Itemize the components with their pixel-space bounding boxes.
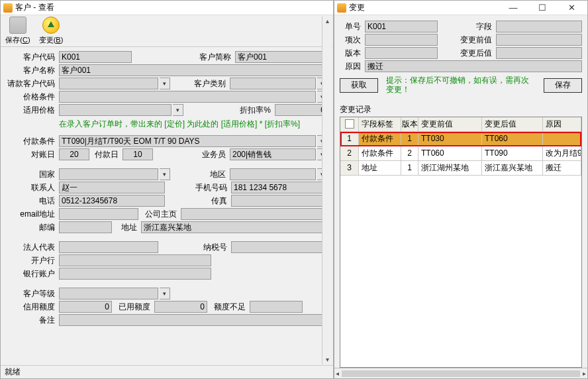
table-row[interactable]: 3地址1浙江湖州某地浙江嘉兴某地搬迁 bbox=[340, 161, 581, 176]
right-title: 变更 bbox=[349, 2, 365, 13]
label-bill-to: 请款客户代码 bbox=[3, 78, 58, 89]
homepage-field[interactable] bbox=[181, 208, 328, 220]
grid-corner[interactable] bbox=[340, 117, 359, 132]
label-field: 字段 bbox=[456, 21, 495, 32]
price-cond-field[interactable] bbox=[59, 91, 316, 103]
label-apply-price: 适用价格 bbox=[3, 105, 58, 116]
account-field[interactable] bbox=[59, 268, 211, 280]
close-button[interactable]: ✕ bbox=[558, 1, 585, 15]
table-cell: 2 bbox=[340, 146, 359, 161]
bill-to-field[interactable] bbox=[59, 78, 158, 89]
cust-cat-field[interactable] bbox=[230, 78, 316, 89]
label-used: 已用额度 bbox=[113, 301, 153, 313]
country-dropdown[interactable]: ▾ bbox=[160, 168, 170, 180]
legal-field[interactable] bbox=[59, 241, 158, 253]
table-cell: 地址 bbox=[359, 161, 401, 176]
apply-price-dropdown[interactable]: ▾ bbox=[173, 104, 183, 116]
fax-field[interactable] bbox=[231, 195, 328, 207]
region-field[interactable] bbox=[230, 168, 316, 180]
table-row[interactable]: 1付款条件1TT030TT060 bbox=[340, 132, 581, 146]
cust-short-field[interactable]: 客户001 bbox=[235, 51, 328, 63]
maximize-button[interactable]: ☐ bbox=[529, 1, 556, 15]
left-vscrollbar[interactable]: ▴▾ bbox=[322, 16, 332, 364]
discount-field[interactable]: 0 bbox=[275, 104, 328, 116]
label-contact: 联系人 bbox=[3, 182, 58, 193]
status-text: 就绪 bbox=[5, 366, 21, 378]
label-before: 变更前值 bbox=[456, 34, 495, 46]
label-bank: 开户行 bbox=[3, 255, 58, 266]
label-price-cond: 价格条件 bbox=[3, 91, 58, 103]
table-row[interactable]: 2付款条件2TT060TT090改为月结90 bbox=[340, 146, 581, 161]
grade-dropdown[interactable]: ▾ bbox=[160, 288, 170, 299]
save-button-right[interactable]: 保存 bbox=[544, 78, 582, 93]
save-warning-tip: 提示：保存后不可撤销，如有误，需再次变更！ bbox=[386, 76, 536, 95]
pay-day-field[interactable]: 10 bbox=[122, 148, 153, 160]
label-legal: 法人代表 bbox=[3, 242, 58, 253]
label-fax: 传真 bbox=[190, 195, 230, 207]
change-button[interactable]: 变更(B) bbox=[38, 17, 64, 45]
label-region: 地区 bbox=[189, 169, 228, 180]
table-cell: TT060 bbox=[482, 132, 543, 146]
taxno-field[interactable] bbox=[231, 241, 328, 253]
label-pay-day: 付款日 bbox=[91, 149, 121, 160]
table-cell: 浙江嘉兴某地 bbox=[482, 161, 543, 176]
right-form: 单号 K001 字段 项次 变更前值 版本 变更后值 原因 搬迁 获取 提示：保… bbox=[334, 15, 587, 101]
item-field[interactable] bbox=[365, 34, 438, 46]
col-version[interactable]: 版本 bbox=[401, 117, 418, 132]
bank-field[interactable] bbox=[59, 254, 211, 266]
left-title: 客户 - 查看 bbox=[15, 2, 54, 13]
short-field[interactable] bbox=[250, 301, 303, 313]
contact-field[interactable]: 赵一 bbox=[59, 182, 165, 193]
salesman-field[interactable]: 200|销售钱 bbox=[230, 148, 316, 160]
grid-header: 字段标签 版本 变更前值 变更后值 原因 bbox=[340, 117, 581, 132]
col-after[interactable]: 变更后值 bbox=[482, 117, 543, 132]
save-button[interactable]: 保存(C) bbox=[5, 17, 31, 45]
left-titlebar: 客户 - 查看 bbox=[1, 1, 333, 15]
pay-cond-field[interactable]: TT090|月结T/T90天 EOM T/T 90 DAYS bbox=[59, 135, 316, 147]
col-field[interactable]: 字段标签 bbox=[359, 117, 401, 132]
col-reason[interactable]: 原因 bbox=[543, 117, 581, 132]
right-titlebar: 变更 — ☐ ✕ bbox=[334, 1, 587, 15]
label-recon-day: 对账日 bbox=[3, 149, 58, 160]
label-taxno: 纳税号 bbox=[190, 242, 230, 253]
version-field[interactable] bbox=[365, 47, 438, 59]
email-field[interactable] bbox=[59, 208, 138, 220]
after-field[interactable] bbox=[496, 47, 582, 59]
col-before[interactable]: 变更前值 bbox=[418, 117, 482, 132]
label-account: 银行账户 bbox=[3, 268, 58, 280]
minimize-button[interactable]: — bbox=[500, 1, 526, 15]
customer-view-window: 客户 - 查看 保存(C) 变更(B) 客户代码 K001 客户简称 客户001… bbox=[0, 0, 334, 379]
remark-field[interactable] bbox=[59, 314, 328, 326]
table-cell: 2 bbox=[401, 146, 418, 161]
right-hscrollbar[interactable]: ◂▸ bbox=[334, 368, 587, 378]
fetch-button[interactable]: 获取 bbox=[340, 78, 378, 93]
address-field[interactable]: 浙江嘉兴某地 bbox=[141, 221, 328, 233]
grade-field[interactable] bbox=[59, 288, 158, 299]
label-cust-cat: 客户类别 bbox=[189, 78, 228, 89]
phone-field[interactable]: 0512-12345678 bbox=[59, 195, 165, 207]
field-field[interactable] bbox=[496, 21, 582, 32]
country-field[interactable] bbox=[59, 168, 158, 180]
zip-field[interactable] bbox=[59, 221, 112, 233]
cust-code-field[interactable]: K001 bbox=[59, 51, 132, 63]
app-icon bbox=[337, 3, 346, 13]
apply-price-field[interactable] bbox=[59, 104, 172, 116]
table-cell: 3 bbox=[340, 161, 359, 176]
mobile-field[interactable]: 181 1234 5678 bbox=[231, 182, 328, 193]
cust-name-field[interactable]: 客户001 bbox=[59, 64, 328, 76]
docno-field[interactable]: K001 bbox=[365, 21, 438, 32]
table-cell: TT030 bbox=[418, 132, 482, 146]
bill-to-dropdown[interactable]: ▾ bbox=[160, 78, 170, 89]
credit-field[interactable]: 0 bbox=[59, 301, 112, 313]
section-change-log: 变更记录 bbox=[334, 104, 587, 115]
used-field[interactable]: 0 bbox=[154, 301, 207, 313]
table-cell bbox=[543, 132, 581, 146]
label-mobile: 手机号码 bbox=[190, 182, 230, 193]
before-field[interactable] bbox=[496, 34, 582, 46]
table-cell: 改为月结90 bbox=[543, 146, 581, 161]
recon-day-field[interactable]: 20 bbox=[59, 148, 89, 160]
table-cell: 浙江湖州某地 bbox=[418, 161, 482, 176]
reason-field[interactable]: 搬迁 bbox=[365, 60, 582, 72]
label-email: email地址 bbox=[3, 209, 58, 220]
app-icon bbox=[3, 3, 13, 13]
